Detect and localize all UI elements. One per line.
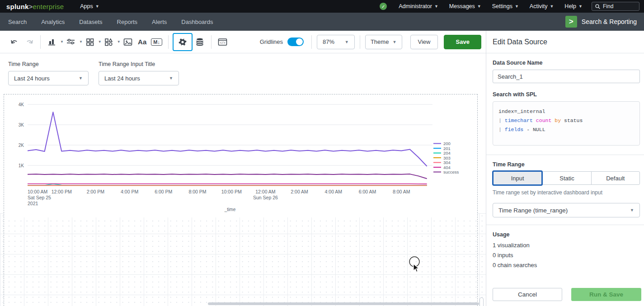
administrator-menu[interactable]: Administrator▼ — [393, 0, 444, 13]
save-button[interactable]: Save — [444, 35, 481, 49]
svg-text:4:00 PM: 4:00 PM — [121, 189, 138, 194]
horizontal-scrollbar[interactable] — [208, 302, 479, 305]
zoom-level-dropdown[interactable]: 87%▼ — [317, 35, 355, 49]
time-range-mode-input[interactable]: Input — [492, 170, 543, 186]
svg-text:8:00 PM: 8:00 PM — [188, 189, 206, 194]
nav-item-analytics[interactable]: Analytics — [34, 13, 72, 31]
health-check-icon[interactable]: ✓ — [380, 3, 387, 10]
apps-menu[interactable]: Apps▼ — [75, 0, 104, 13]
chevron-down-icon: ▼ — [98, 40, 102, 44]
time-range-input-block: Time Range Last 24 hours▼ — [8, 61, 89, 85]
toggle-knob — [296, 38, 303, 45]
svg-text:6:00 PM: 6:00 PM — [155, 189, 172, 194]
data-source-name-input[interactable] — [493, 70, 640, 83]
configuration-panel-button[interactable] — [173, 33, 193, 51]
bar-chart-icon — [46, 35, 58, 49]
find-search-input[interactable]: Find — [592, 2, 639, 11]
app-name: Search & Reporting — [582, 18, 637, 25]
chevron-down-icon: ▼ — [95, 4, 99, 9]
nav-item-search[interactable]: Search — [0, 13, 34, 31]
chevron-down-icon: ▼ — [477, 4, 481, 9]
svg-text:200: 200 — [443, 141, 451, 146]
selected-chart-widget[interactable]: 1K2K3K4K10:00 AMSat Sep 25202112:00 PM2:… — [4, 94, 478, 306]
run-save-button[interactable]: Run & Save — [571, 288, 641, 301]
svg-text:2021: 2021 — [28, 201, 38, 206]
svg-text:12:00 PM: 12:00 PM — [52, 189, 72, 194]
svg-text:204: 204 — [443, 151, 451, 155]
view-button[interactable]: View — [410, 35, 438, 49]
data-sources-button[interactable] — [194, 35, 206, 49]
nav-item-datasets[interactable]: Datasets — [72, 13, 109, 31]
database-icon — [195, 38, 204, 47]
divider — [211, 35, 212, 49]
usage-label: Usage — [493, 231, 640, 238]
help-menu[interactable]: Help▼ — [559, 0, 588, 13]
spl-label: Search with SPL — [493, 91, 640, 98]
add-shape-button[interactable]: ▼ — [102, 35, 121, 49]
settings-menu[interactable]: Settings▼ — [487, 0, 524, 13]
shapes-icon — [103, 35, 115, 49]
add-chart-button[interactable]: ▼ — [45, 35, 64, 49]
code-icon: </> — [218, 38, 227, 46]
dashboard-canvas[interactable]: Time Range Last 24 hours▼ Time Range Inp… — [0, 53, 486, 306]
app-context[interactable]: > Search & Reporting — [565, 16, 644, 28]
data-source-name-label: Data Source Name — [493, 60, 640, 66]
text-icon: Aa — [138, 38, 146, 46]
time-range-label: Time Range — [8, 61, 89, 67]
svg-text:10:00 PM: 10:00 PM — [221, 189, 242, 194]
time-range-binding-dropdown[interactable]: Time Range (time_range)▼ — [493, 203, 640, 217]
time-range-input-title-block: Time Range Input Title Last 24 hours▼ — [99, 61, 179, 85]
undo-icon[interactable] — [9, 35, 20, 49]
activity-menu[interactable]: Activity▼ — [524, 0, 559, 13]
usage-visualizations: 1 visualization — [493, 242, 640, 249]
timechart-visualization: 1K2K3K4K10:00 AMSat Sep 25202112:00 PM2:… — [4, 94, 477, 217]
svg-text:2:00 AM: 2:00 AM — [291, 189, 308, 194]
svg-text:303: 303 — [443, 155, 451, 160]
divider — [40, 35, 41, 49]
add-markdown-button[interactable]: M↓ — [151, 35, 163, 49]
time-range-mode-static[interactable]: Static — [542, 171, 591, 185]
splunk-logo[interactable]: splunk>enterprise — [6, 3, 64, 10]
edit-data-source-panel: Edit Data Source Data Source Name Search… — [486, 31, 644, 306]
chevron-down-icon: ▼ — [60, 40, 64, 44]
chevron-down-icon: ▼ — [630, 208, 634, 212]
messages-menu[interactable]: Messages▼ — [444, 0, 487, 13]
app-nav-bar: Search Analytics Datasets Reports Alerts… — [0, 13, 644, 31]
add-input-button[interactable]: ▼ — [64, 35, 83, 49]
image-icon — [123, 38, 132, 46]
nav-item-dashboards[interactable]: Dashboards — [174, 13, 220, 31]
vertical-scrollbar[interactable] — [479, 297, 484, 306]
chevron-down-icon: ▼ — [169, 76, 173, 80]
cancel-button[interactable]: Cancel — [493, 288, 562, 301]
gridlines-label: Gridlines — [260, 38, 283, 45]
nav-item-reports[interactable]: Reports — [110, 13, 145, 31]
svg-text:_time: _time — [224, 207, 236, 212]
svg-text:1K: 1K — [19, 163, 24, 168]
chevron-down-icon: ▼ — [578, 4, 583, 9]
chevron-down-icon: ▼ — [550, 4, 554, 9]
layout-grid-button[interactable]: ▼ — [83, 35, 102, 49]
divider — [360, 35, 360, 49]
svg-text:2:00 PM: 2:00 PM — [87, 189, 104, 194]
svg-text:Sat Sep 25: Sat Sep 25 — [28, 195, 51, 200]
usage-section: Usage 1 visualization 0 inputs 0 chain s… — [486, 225, 644, 279]
usage-chain-searches: 0 chain searches — [493, 262, 640, 268]
gear-icon — [177, 35, 188, 49]
time-range-mode-default[interactable]: Default — [591, 171, 640, 185]
gridlines-toggle[interactable] — [287, 38, 304, 46]
redo-icon[interactable] — [23, 35, 35, 49]
add-image-button[interactable] — [122, 35, 134, 49]
theme-dropdown[interactable]: Theme▼ — [365, 35, 402, 49]
time-range-section-label: Time Range — [493, 161, 640, 168]
add-text-button[interactable]: Aa — [136, 35, 148, 49]
svg-text:4K: 4K — [19, 102, 24, 107]
time-range-helper-text: Time range set by interactive dashboard … — [493, 189, 640, 196]
svg-text:success: success — [443, 169, 459, 174]
time-range-input-title-dropdown[interactable]: Last 24 hours▼ — [99, 71, 179, 85]
nav-item-alerts[interactable]: Alerts — [145, 13, 174, 31]
time-range-dropdown[interactable]: Last 24 hours▼ — [8, 71, 89, 85]
source-code-button[interactable]: </> — [217, 35, 229, 49]
editor-toolbar: ▼ ▼ ▼ ▼ Aa M↓ </> Gridlines — [0, 31, 486, 53]
search-icon — [595, 4, 600, 9]
spl-editor[interactable]: index=_internal| timechart count by stat… — [493, 101, 640, 146]
